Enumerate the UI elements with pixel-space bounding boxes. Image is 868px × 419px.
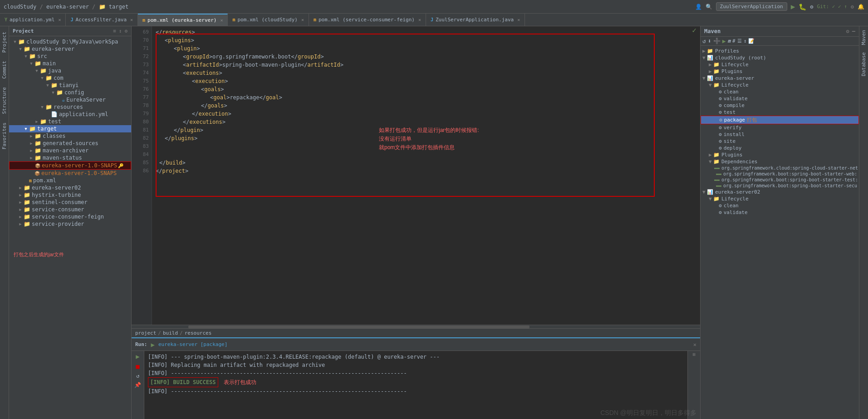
maven-add-icon[interactable]: ➕ bbox=[713, 38, 721, 44]
maven-es-lifecycle[interactable]: ▼ 📁 Lifecycle bbox=[701, 82, 859, 88]
build-button[interactable]: ⚙ bbox=[810, 4, 813, 10]
tab-pom-eureka[interactable]: m pom.xml (eureka-server) ✕ bbox=[138, 14, 228, 26]
maven-es02-validate[interactable]: ⚙ validate bbox=[701, 209, 859, 216]
tab-pom-feign[interactable]: m pom.xml (service-consumer-feign) ✕ bbox=[309, 14, 426, 26]
maven-verify[interactable]: ⚙ verify bbox=[701, 124, 859, 131]
left-tab-favorites[interactable]: Favorites bbox=[0, 119, 9, 153]
maven-run-icon[interactable]: ▶ bbox=[722, 38, 726, 44]
maven-deploy[interactable]: ⚙ deploy bbox=[701, 145, 859, 151]
tree-item-eureka-jar-1[interactable]: ▶ 📦 eureka-server-1.0-SNAPS 🔑 bbox=[9, 161, 131, 170]
tree-item-src[interactable]: ▼ 📁 src bbox=[9, 53, 131, 60]
tab-zuul[interactable]: J ZuulServerApplication.java ✕ bbox=[426, 14, 525, 26]
run-button[interactable]: ▶ bbox=[791, 2, 795, 11]
code-editor[interactable]: </resources> <plugins> <plugin> <groupId… bbox=[152, 26, 700, 325]
maven-es-plugins[interactable]: ▶ 📁 Plugins bbox=[701, 151, 859, 158]
maven-es02-clean[interactable]: ⚙ clean bbox=[701, 202, 859, 209]
tree-item-tianyi[interactable]: ▼ 📁 tianyi bbox=[9, 82, 131, 89]
maven-package[interactable]: ⚙ package 打包 bbox=[701, 116, 859, 124]
tab-pom-cloud[interactable]: m pom.xml (cloudStudy) ✕ bbox=[228, 14, 309, 26]
tab-access-filter[interactable]: J AccessFilter.java ✕ bbox=[66, 14, 138, 26]
run-config-selector[interactable]: ZuulServerApplication bbox=[716, 2, 787, 11]
maven-download-icon[interactable]: ⬇ bbox=[708, 38, 711, 44]
right-tab-database[interactable]: Database bbox=[859, 49, 868, 80]
maven-refresh-icon[interactable]: ↺ bbox=[702, 38, 706, 44]
tree-item-hystrix[interactable]: ▶ 📁 hystrix-turbine bbox=[9, 191, 131, 199]
tree-item-service-feign[interactable]: ▶ 📁 service-consumer-feign bbox=[9, 213, 131, 220]
maven-es-deps[interactable]: ▼ 📁 Dependencies bbox=[701, 158, 859, 165]
tab-close-pom-cloud[interactable]: ✕ bbox=[301, 17, 304, 22]
maven-eureka-root[interactable]: ▼ 📊 eureka-server bbox=[701, 75, 859, 82]
tree-item-eureka-server[interactable]: ▼ 📁 eureka-server bbox=[9, 45, 131, 53]
collapse-all-icon[interactable]: ↕ bbox=[119, 28, 122, 34]
maven-minimize-icon[interactable]: — bbox=[852, 28, 855, 34]
tree-item-config[interactable]: ▼ 📁 config bbox=[9, 89, 131, 96]
run-stop-icon[interactable]: ■ bbox=[136, 363, 139, 370]
left-tab-project[interactable]: Project bbox=[0, 28, 9, 56]
left-tab-commit[interactable]: Commit bbox=[0, 57, 9, 83]
maven-cloudstudy-root[interactable]: ▼ 📊 cloudStudy (root) bbox=[701, 54, 859, 61]
tree-item-service-provider[interactable]: ▶ 📁 service-provider bbox=[9, 220, 131, 228]
run-pin-icon[interactable]: 📌 bbox=[134, 382, 141, 388]
scrollbar-thumb[interactable] bbox=[188, 326, 530, 328]
left-tab-structure[interactable]: Structure bbox=[0, 83, 9, 118]
tree-item-target[interactable]: ▼ 📁 target bbox=[9, 125, 131, 132]
tab-close-filter[interactable]: ✕ bbox=[130, 17, 133, 22]
tree-item-pom-xml[interactable]: ▶ m pom.xml bbox=[9, 177, 131, 184]
maven-compile[interactable]: ⚙ compile bbox=[701, 102, 859, 109]
maven-dep-3[interactable]: ▬▬ org.springframework.boot:spring-boot-… bbox=[701, 177, 859, 183]
search-icon[interactable]: 🔍 bbox=[706, 4, 712, 10]
tree-item-cloudstudy[interactable]: ▼ 📁 cloudStudy D:\MyJava\workSpa bbox=[9, 38, 131, 45]
gear-icon[interactable]: ⚙ bbox=[124, 28, 128, 34]
expand-all-icon[interactable]: ≡ bbox=[113, 28, 116, 34]
tree-item-maven-status[interactable]: ▶ 📁 maven-status bbox=[9, 154, 131, 161]
run-close-icon[interactable]: ✕ bbox=[693, 341, 696, 348]
tab-close-pom-eureka[interactable]: ✕ bbox=[220, 18, 223, 23]
tree-item-test[interactable]: ▶ 📁 test bbox=[9, 118, 131, 125]
tree-item-service-consumer[interactable]: ▶ 📁 service-consumer bbox=[9, 206, 131, 213]
tree-item-gen-sources[interactable]: ▶ 📁 generated-sources bbox=[9, 140, 131, 147]
maven-m-icon[interactable]: m bbox=[727, 38, 731, 44]
tab-close-pom-feign[interactable]: ✕ bbox=[418, 17, 421, 22]
maven-cs-lifecycle[interactable]: ▶ 📁 Lifecycle bbox=[701, 61, 859, 68]
maven-validate[interactable]: ⚙ validate bbox=[701, 95, 859, 102]
maven-toggle2[interactable]: ↕ bbox=[744, 38, 747, 44]
maven-cs-plugins[interactable]: ▶ 📁 Plugins bbox=[701, 68, 859, 75]
tree-item-eureka02[interactable]: ▶ 📁 eureka-server02 bbox=[9, 184, 131, 191]
maven-dep-2[interactable]: ▬▬ org.springframework.boot:spring-boot-… bbox=[701, 171, 859, 177]
tree-item-sentinel[interactable]: ▶ 📁 sentinel-consumer bbox=[9, 199, 131, 206]
maven-dep-4[interactable]: ▬▬ org.springframework.boot:spring-boot-… bbox=[701, 183, 859, 189]
maven-skip-icon[interactable]: # bbox=[732, 38, 736, 44]
run-play-icon[interactable]: ▶ bbox=[136, 353, 139, 360]
tree-item-main[interactable]: ▼ 📁 main bbox=[9, 60, 131, 67]
maven-script-icon[interactable]: 📝 bbox=[748, 38, 755, 44]
maven-settings-icon[interactable]: ⚙ bbox=[846, 28, 849, 34]
maven-install[interactable]: ⚙ install bbox=[701, 131, 859, 138]
maven-test[interactable]: ⚙ test bbox=[701, 109, 859, 116]
maven-toggle1[interactable]: ☰ bbox=[737, 38, 742, 44]
tree-item-maven-archiver[interactable]: ▶ 📁 maven-archiver bbox=[9, 147, 131, 154]
tab-application-yml[interactable]: Y application.yml ✕ bbox=[0, 14, 66, 26]
notifications-icon[interactable]: 🔔 bbox=[858, 4, 864, 10]
right-tab-maven[interactable]: Maven bbox=[859, 26, 868, 49]
tab-close-yaml[interactable]: ✕ bbox=[58, 17, 61, 22]
wrap-icon[interactable]: ≡ bbox=[691, 353, 697, 356]
tree-item-eureka-jar-2[interactable]: ▶ 📦 eureka-server-1.0-SNAPS bbox=[9, 170, 131, 177]
debug-button[interactable]: 🐛 bbox=[799, 3, 806, 10]
code-view[interactable]: 69 70 71 72 73 74 75 76 77 78 79 80 81 8… bbox=[132, 26, 700, 325]
run-restart-icon[interactable]: ↺ bbox=[136, 373, 139, 379]
tree-item-app-yml[interactable]: ▶ 📄 application.yml bbox=[9, 111, 131, 118]
tree-item-com[interactable]: ▼ 📁 com bbox=[9, 74, 131, 82]
horizontal-scrollbar[interactable] bbox=[132, 325, 700, 328]
tree-item-resources[interactable]: ▼ 📁 resources bbox=[9, 103, 131, 111]
settings-icon[interactable]: ⚙ bbox=[851, 4, 854, 10]
tab-close-zuul[interactable]: ✕ bbox=[517, 17, 520, 22]
tree-item-java[interactable]: ▼ 📁 java bbox=[9, 67, 131, 74]
maven-clean[interactable]: ⚙ clean bbox=[701, 88, 859, 95]
maven-eureka02-root[interactable]: ▼ 📊 eureka-server02 bbox=[701, 189, 859, 195]
tree-item-classes[interactable]: ▶ 📁 classes bbox=[9, 132, 131, 140]
run-config-label[interactable]: eureka-server [package] bbox=[158, 341, 227, 347]
maven-site[interactable]: ⚙ site bbox=[701, 138, 859, 145]
tree-item-eureka-class[interactable]: ▶ ☕ EurekaServer bbox=[9, 96, 131, 103]
maven-profiles[interactable]: ▶ 📁 Profiles bbox=[701, 48, 859, 54]
maven-es02-lifecycle[interactable]: ▼ 📁 Lifecycle bbox=[701, 195, 859, 202]
